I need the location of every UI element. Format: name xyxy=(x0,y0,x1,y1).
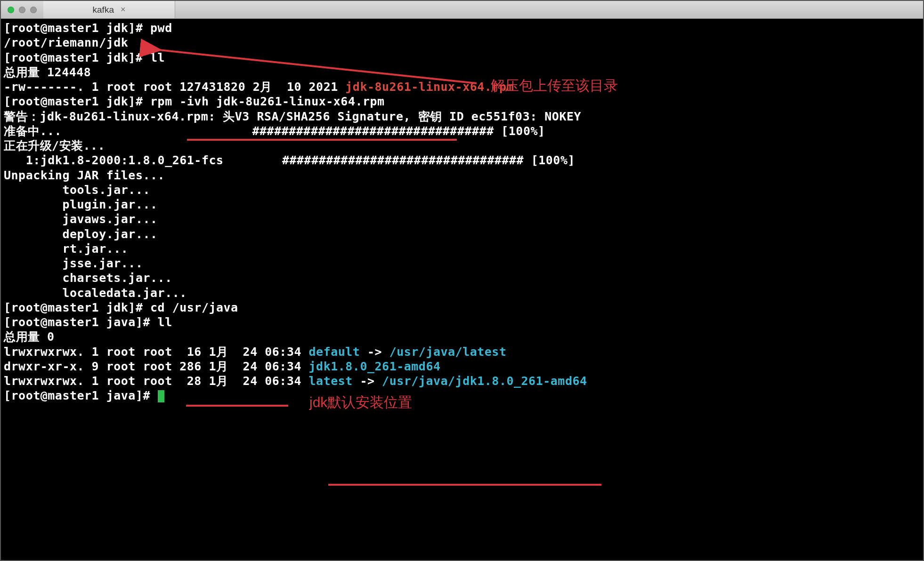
cmd-line: [root@master1 jdk]# pwd xyxy=(4,21,920,35)
cmd-line: [root@master1 jdk]# rpm -ivh jdk-8u261-l… xyxy=(4,94,920,109)
output-jar: javaws.jar... xyxy=(4,212,920,226)
terminal-window: kafka × [root@master1 jdk]# pwd /root/ri… xyxy=(0,0,924,561)
terminal-body[interactable]: [root@master1 jdk]# pwd /root/riemann/jd… xyxy=(1,19,923,403)
cmd-line: [root@master1 jdk]# cd /usr/java xyxy=(4,300,920,315)
cmd-line: [root@master1 jdk]# ll xyxy=(4,50,920,65)
prompt: [root@master1 jdk]# xyxy=(4,21,150,35)
output-ls: drwxr-xr-x. 9 root root 286 1月 24 06:34 … xyxy=(4,359,920,374)
window-min-dot[interactable] xyxy=(19,7,25,13)
prompt: [root@master1 jdk]# xyxy=(4,51,150,64)
output-jar: plugin.jar... xyxy=(4,197,920,212)
cmd-line: [root@master1 java]# xyxy=(4,388,920,403)
prompt: [root@master1 java]# xyxy=(4,389,158,402)
ls-perm: drwxr-xr-x. 9 root root 286 1月 24 06:34 xyxy=(4,360,309,373)
output-jar: jsse.jar... xyxy=(4,256,920,271)
output-total: 总用量 124448 xyxy=(4,65,920,80)
ls-name-jdkdir: jdk1.8.0_261-amd64 xyxy=(309,360,441,373)
prompt: [root@master1 jdk]# xyxy=(4,95,150,108)
tab-close-icon[interactable]: × xyxy=(121,4,126,15)
cmd-line: [root@master1 java]# ll xyxy=(4,315,920,329)
cmd-ll: ll xyxy=(150,51,165,64)
cmd-pwd: pwd xyxy=(150,21,172,35)
output-warn: 警告：jdk-8u261-linux-x64.rpm: 头V3 RSA/SHA2… xyxy=(4,109,920,124)
tab-title: kafka xyxy=(93,4,114,16)
ls-target: /usr/java/latest xyxy=(389,345,507,359)
ls-target: /usr/java/jdk1.8.0_261-amd64 xyxy=(382,374,587,388)
window-max-dot[interactable] xyxy=(30,7,37,13)
output-ls: lrwxrwxrwx. 1 root root 28 1月 24 06:34 l… xyxy=(4,374,920,388)
output-jar: rt.jar... xyxy=(4,241,920,256)
cmd-ll2: ll xyxy=(158,315,172,329)
ls-arrow: -> xyxy=(360,345,389,359)
output-jar: localedata.jar... xyxy=(4,286,920,300)
output-upgrading: 正在升级/安装... xyxy=(4,138,920,153)
output-preparing: 准备中... #################################… xyxy=(4,124,920,138)
output-ls-rpm: -rw-------. 1 root root 127431820 2月 10 … xyxy=(4,80,920,94)
output-jar: charsets.jar... xyxy=(4,271,920,285)
cursor-icon xyxy=(158,390,164,402)
ls-arrow: -> xyxy=(353,374,382,388)
ls-name-default: default xyxy=(309,345,360,359)
output-pwd: /root/riemann/jdk xyxy=(4,35,920,50)
tab-bar: kafka × xyxy=(1,1,923,19)
tab-kafka[interactable]: kafka × xyxy=(43,1,175,18)
prompt: [root@master1 jdk]# xyxy=(4,301,150,314)
output-total2: 总用量 0 xyxy=(4,329,920,344)
cmd-cd: cd /usr/java xyxy=(150,301,238,314)
window-close-dot[interactable] xyxy=(8,7,14,13)
ls-perm: lrwxrwxrwx. 1 root root 28 1月 24 06:34 xyxy=(4,374,309,388)
output-pkg: 1:jdk1.8-2000:1.8.0_261-fcs ############… xyxy=(4,153,920,168)
output-ls: lrwxrwxrwx. 1 root root 16 1月 24 06:34 d… xyxy=(4,345,920,359)
ls-name-latest: latest xyxy=(309,374,353,388)
output-jar: tools.jar... xyxy=(4,183,920,197)
output-jar: deploy.jar... xyxy=(4,227,920,241)
ls-perm: -rw-------. 1 root root 127431820 2月 10 … xyxy=(4,80,345,94)
prompt: [root@master1 java]# xyxy=(4,315,158,329)
output-unpack: Unpacking JAR files... xyxy=(4,168,920,183)
traffic-lights xyxy=(1,1,43,18)
ls-perm: lrwxrwxrwx. 1 root root 16 1月 24 06:34 xyxy=(4,345,309,359)
ls-file-rpm: jdk-8u261-linux-x64.rpm xyxy=(345,80,514,94)
cmd-rpm: rpm -ivh jdk-8u261-linux-x64.rpm xyxy=(150,95,385,108)
